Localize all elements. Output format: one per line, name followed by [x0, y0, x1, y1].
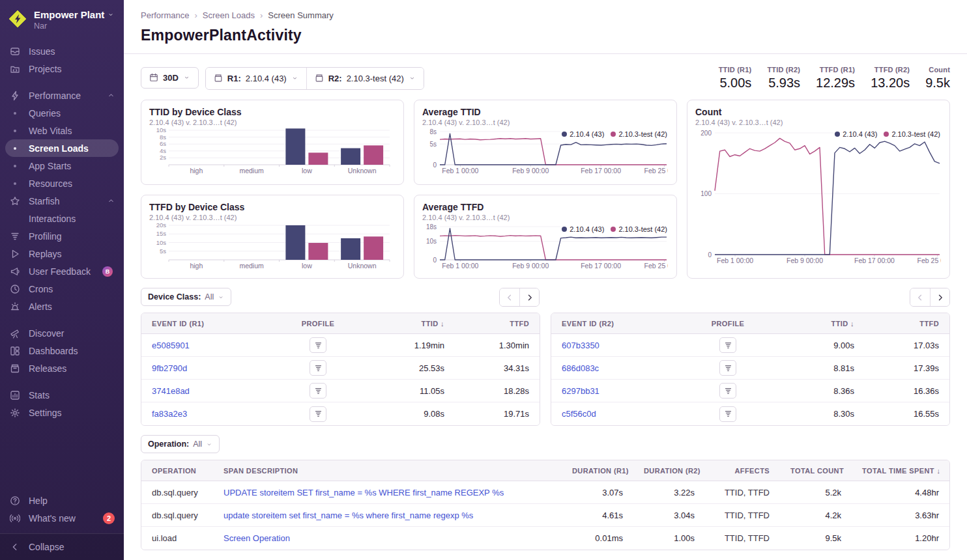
sidebar-item-performance[interactable]: Performance [0, 87, 124, 104]
sidebar-item-discover[interactable]: Discover [0, 324, 124, 342]
sidebar-item-user-feedback[interactable]: User FeedbackB [0, 262, 124, 280]
column-header-profile[interactable]: PROFILE [689, 320, 767, 328]
column-header-total-count[interactable]: TOTAL COUNT [780, 467, 852, 475]
issues-icon [9, 46, 21, 57]
sidebar-item-resources[interactable]: Resources [0, 175, 124, 192]
chevron-left-icon [9, 542, 21, 552]
event-id-link[interactable]: 3741e8ad [152, 386, 190, 396]
sidebar-item-stats[interactable]: Stats [0, 386, 124, 404]
chart-legend[interactable]: 2.10.4 (43)2.10.3-test (42) [833, 130, 942, 139]
sidebar-item-replays[interactable]: Replays [0, 245, 124, 262]
column-header-ttid[interactable]: TTID ↓ [357, 320, 455, 328]
span-description-link[interactable]: Screen Operation [224, 533, 290, 543]
sidebar-item-releases[interactable]: Releases [0, 359, 124, 377]
event-id-link[interactable]: 686d083c [562, 363, 599, 373]
profile-button[interactable] [310, 383, 326, 399]
events-r2-pagination [910, 288, 950, 307]
column-header-duration-r1[interactable]: DURATION (R1) [562, 467, 633, 475]
sidebar-item-help[interactable]: Help [0, 492, 124, 509]
operation-selector[interactable]: Operation: All [141, 435, 220, 453]
profile-button[interactable] [719, 337, 736, 353]
sidebar-item-settings[interactable]: Settings [0, 404, 124, 421]
previous-page-button[interactable] [500, 288, 519, 306]
column-header-affects[interactable]: AFFECTS [705, 467, 780, 475]
previous-page-button[interactable] [910, 288, 930, 306]
breadcrumb-screen-loads[interactable]: Screen Loads [203, 10, 255, 20]
release-1-selector[interactable]: R1: 2.10.4 (43) [206, 68, 306, 89]
sidebar-item-projects[interactable]: Projects [0, 60, 124, 77]
sidebar-item-interactions[interactable]: Interactions [0, 210, 124, 227]
event-id-link[interactable]: 6297bb31 [562, 386, 599, 396]
profile-button[interactable] [310, 360, 326, 376]
sidebar-item-whats-new[interactable]: What's new2 [0, 509, 124, 527]
column-header-duration-r2[interactable]: DURATION (R2) [633, 467, 705, 475]
ttid-by-device-class-chart[interactable]: 2s4s6s8s10shighmediumlowUnknown [149, 128, 395, 176]
sidebar-item-queries[interactable]: Queries [0, 104, 124, 122]
legend-item[interactable]: 2.10.4 (43) [562, 225, 604, 233]
next-page-button[interactable] [930, 288, 949, 306]
total-time-spent-value[interactable]: 1.20hr [915, 533, 939, 543]
legend-item[interactable]: 2.10.3-test (42) [884, 130, 940, 138]
sidebar-item-crons[interactable]: Crons [0, 280, 124, 298]
legend-item[interactable]: 2.10.4 (43) [562, 130, 604, 138]
event-id-link[interactable]: e5085901 [152, 341, 190, 350]
event-id-link[interactable]: c5f56c0d [562, 409, 596, 419]
breadcrumb-performance[interactable]: Performance [141, 10, 189, 20]
sidebar-item-starfish[interactable]: Starfish [0, 192, 124, 210]
ttfd-cell: 17.39s [865, 363, 949, 373]
column-header-ttfd[interactable]: TTFD [865, 320, 949, 328]
profile-button[interactable] [719, 383, 736, 399]
ttfd-by-device-class-chart[interactable]: 5s10s15s20shighmediumlowUnknown [149, 223, 395, 271]
sidebar-item-profiling[interactable]: Profiling [0, 227, 124, 245]
sidebar-item-dashboards[interactable]: Dashboards [0, 342, 124, 359]
release-2-selector[interactable]: R2: 2.10.3-test (42) [306, 68, 424, 89]
total-count-cell: 5.2k [780, 488, 852, 497]
date-range-selector[interactable]: 30D [141, 67, 199, 89]
column-header-event-id[interactable]: EVENT ID (R2) [551, 320, 689, 328]
main-content: Performance › Screen Loads › Screen Summ… [124, 0, 967, 560]
chart-legend[interactable]: 2.10.4 (43)2.10.3-test (42) [560, 225, 669, 234]
span-description-link[interactable]: update storeitem set first_name = %s whe… [224, 511, 473, 520]
legend-item[interactable]: 2.10.3-test (42) [611, 130, 667, 138]
profile-button[interactable] [310, 337, 326, 353]
profile-button[interactable] [719, 360, 736, 376]
span-description-link[interactable]: UPDATE storeitem SET first_name = %s WHE… [224, 488, 504, 497]
column-header-event-id[interactable]: EVENT ID (R1) [141, 320, 279, 328]
affects-value[interactable]: TTID, TTFD [725, 488, 770, 497]
sidebar-collapse-button[interactable]: Collapse [0, 533, 124, 560]
chevron-down-icon [409, 76, 416, 81]
column-header-span-description[interactable]: SPAN DESCRIPTION [213, 467, 562, 475]
event-id-link[interactable]: 607b3350 [562, 341, 599, 350]
affects-value[interactable]: TTID, TTFD [725, 533, 770, 543]
column-header-ttid[interactable]: TTID ↓ [767, 320, 865, 328]
sidebar-item-screen-loads[interactable]: Screen Loads [5, 139, 119, 157]
profile-button[interactable] [310, 406, 326, 422]
count-chart[interactable]: 0100200Feb 1 00:00Feb 9 00:00Feb 17 00:0… [695, 128, 941, 266]
stats-icon [9, 390, 21, 400]
sidebar-item-issues[interactable]: Issues [0, 42, 124, 60]
column-header-profile[interactable]: PROFILE [279, 320, 357, 328]
legend-item[interactable]: 2.10.3-test (42) [611, 225, 667, 233]
sidebar-item-alerts[interactable]: Alerts [0, 298, 124, 315]
column-header-operation[interactable]: OPERATION [141, 467, 213, 475]
device-class-label: Device Class: [148, 292, 201, 301]
total-time-spent-value[interactable]: 4.48hr [915, 488, 939, 497]
legend-item[interactable]: 2.10.4 (43) [835, 130, 877, 138]
event-id-link[interactable]: fa83a2e3 [152, 409, 187, 419]
event-id-link[interactable]: 9fb2790d [152, 363, 187, 373]
org-subtitle: Nar [34, 21, 114, 31]
device-class-selector[interactable]: Device Class: All [141, 288, 231, 306]
ttfd-cell: 17.03s [865, 341, 949, 350]
column-header-total-time-spent[interactable]: TOTAL TIME SPENT ↓ [852, 467, 949, 475]
next-page-button[interactable] [519, 288, 539, 306]
total-time-spent-value[interactable]: 3.63hr [915, 511, 939, 520]
profile-button[interactable] [719, 406, 736, 422]
org-switcher[interactable]: Empower Plant Nar [0, 0, 124, 37]
broadcast-icon [9, 513, 21, 524]
chart-legend[interactable]: 2.10.4 (43)2.10.3-test (42) [560, 130, 669, 139]
sidebar-item-web-vitals[interactable]: Web Vitals [0, 122, 124, 139]
sidebar-item-app-starts[interactable]: App Starts [0, 157, 124, 175]
column-header-ttfd[interactable]: TTFD [455, 320, 540, 328]
date-range-value: 30D [163, 73, 179, 83]
affects-value[interactable]: TTID, TTFD [725, 511, 770, 520]
